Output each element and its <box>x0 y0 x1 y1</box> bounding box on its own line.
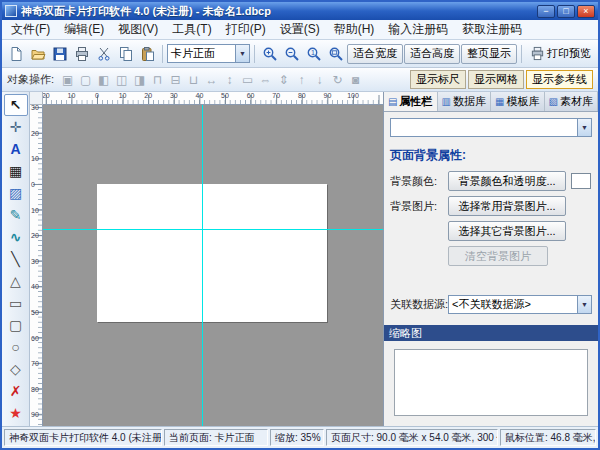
view-button-group: 适合宽度适合高度整页显示 <box>347 44 517 64</box>
menu-item-1[interactable]: 文件(F) <box>4 19 57 40</box>
new-button[interactable] <box>5 43 26 64</box>
menu-item-4[interactable]: 工具(T) <box>165 19 218 40</box>
datasource-value: <不关联数据源> <box>449 297 577 312</box>
align-center-h-button[interactable]: ◫ <box>113 71 130 88</box>
pencil-tool[interactable]: ✎ <box>4 204 28 226</box>
chevron-down-icon[interactable]: ▼ <box>235 45 249 62</box>
tab-database[interactable]: ▥数据库 <box>438 92 492 111</box>
tab-templates-icon: ▦ <box>495 96 504 107</box>
bg-color-button[interactable]: 背景颜色和透明度... <box>448 171 566 191</box>
close-button[interactable]: × <box>577 5 595 18</box>
tab-properties[interactable]: ▤属性栏 <box>384 92 438 111</box>
image-tool[interactable]: ▨ <box>4 182 28 204</box>
ellipse-tool[interactable]: ○ <box>4 336 28 358</box>
bg-color-label: 背景颜色: <box>390 174 448 189</box>
page-selector[interactable]: 卡片正面 ▼ <box>167 44 250 63</box>
align-middle-button[interactable]: ⊟ <box>167 71 184 88</box>
space-vertical-button[interactable]: ⇕ <box>275 71 292 88</box>
minimize-button[interactable]: − <box>537 5 555 18</box>
ruler-h-label: 40 <box>195 92 203 99</box>
menu-item-5[interactable]: 打印(P) <box>219 19 273 40</box>
thumbnail-preview <box>394 349 588 416</box>
star-tool[interactable]: ★ <box>4 402 28 424</box>
select-other-bg-button[interactable]: 选择其它背景图片... <box>448 221 566 241</box>
rounded-rect-tool[interactable]: ▢ <box>4 314 28 336</box>
zoom-fit-button[interactable] <box>325 43 346 64</box>
bg-color-swatch[interactable] <box>571 173 591 189</box>
edit-tool[interactable]: ✛ <box>4 116 28 138</box>
menu-item-2[interactable]: 编辑(E) <box>57 19 111 40</box>
barcode-tool[interactable]: ▦ <box>4 160 28 182</box>
align-top-button[interactable]: ⊓ <box>149 71 166 88</box>
text-tool[interactable]: A <box>4 138 28 160</box>
print-preview-button[interactable]: 打印预览 <box>526 44 595 64</box>
align-left-button[interactable]: ◧ <box>95 71 112 88</box>
zoom-in-button[interactable] <box>259 43 280 64</box>
group-button[interactable]: ▣ <box>59 71 76 88</box>
polygon-tool[interactable]: ◇ <box>4 358 28 380</box>
bring-to-front-button[interactable]: ↑ <box>293 71 310 88</box>
chevron-down-icon[interactable]: ▼ <box>577 296 591 313</box>
rotate-button[interactable]: ↻ <box>329 71 346 88</box>
align-bottom-button[interactable]: ⊔ <box>185 71 202 88</box>
card-page[interactable] <box>97 184 327 322</box>
curve-tool[interactable]: ∿ <box>4 226 28 248</box>
tab-database-icon: ▥ <box>442 96 451 107</box>
ruler-v-label: 40 <box>31 283 39 290</box>
menu-item-6[interactable]: 设置(S) <box>273 19 327 40</box>
space-horizontal-button[interactable]: ⇔ <box>257 71 274 88</box>
ungroup-button[interactable]: ▢ <box>77 71 94 88</box>
align-right-button[interactable]: ◨ <box>131 71 148 88</box>
cut-button[interactable] <box>93 43 114 64</box>
send-to-back-button[interactable]: ↓ <box>311 71 328 88</box>
clear-bg-button[interactable]: 清空背景图片 <box>448 246 548 266</box>
delete-tool[interactable]: ✗ <box>4 380 28 402</box>
open-button[interactable] <box>27 43 48 64</box>
menu-item-3[interactable]: 视图(V) <box>111 19 165 40</box>
lock-button[interactable]: ◙ <box>347 71 364 88</box>
zoom-actual-button[interactable]: 1 <box>303 43 324 64</box>
toolbar-separator <box>162 45 163 63</box>
menu-item-7[interactable]: 帮助(H) <box>327 19 382 40</box>
tab-templates[interactable]: ▦模板库 <box>491 92 545 111</box>
copy-button[interactable] <box>115 43 136 64</box>
print-preview-label: 打印预览 <box>547 46 591 61</box>
show-grid-toggle[interactable]: 显示网格 <box>468 70 524 89</box>
tab-properties-icon: ▤ <box>388 96 397 107</box>
properties-panel: ▼ 页面背景属性: 背景颜色: 背景颜色和透明度... 背景图片: 选择常用背景… <box>384 112 598 426</box>
select-tool[interactable]: ↖ <box>4 94 28 116</box>
guide-vertical[interactable] <box>202 105 203 426</box>
rectangle-tool[interactable]: ▭ <box>4 292 28 314</box>
line-tool[interactable]: ╲ <box>4 248 28 270</box>
menu-item-8[interactable]: 输入注册码 <box>381 19 455 40</box>
fit-height-button[interactable]: 适合高度 <box>404 44 460 64</box>
ruler-h-label: 20 <box>144 92 152 99</box>
maximize-button[interactable]: □ <box>557 5 575 18</box>
ruler-h-label: 90 <box>323 92 331 99</box>
show-ruler-toggle[interactable]: 显示标尺 <box>410 70 466 89</box>
tab-materials[interactable]: ▧素材库 <box>545 92 599 111</box>
save-button[interactable] <box>49 43 70 64</box>
zoom-actual-icon: 1 <box>306 46 322 62</box>
select-common-bg-button[interactable]: 选择常用背景图片... <box>448 196 566 216</box>
triangle-tool[interactable]: △ <box>4 270 28 292</box>
menu-item-9[interactable]: 获取注册码 <box>455 19 529 40</box>
ruler-v-label: 10 <box>31 155 39 162</box>
print-button[interactable] <box>71 43 92 64</box>
paste-icon <box>140 46 156 62</box>
file-icon-group <box>5 43 158 64</box>
fit-width-button[interactable]: 适合宽度 <box>347 44 403 64</box>
zoom-out-button[interactable] <box>281 43 302 64</box>
datasource-selector[interactable]: <不关联数据源> ▼ <box>448 295 592 314</box>
same-width-button[interactable]: ↔ <box>203 71 220 88</box>
show-guides-toggle[interactable]: 显示参考线 <box>526 70 593 89</box>
guide-horizontal[interactable] <box>43 229 383 230</box>
full-page-button[interactable]: 整页显示 <box>461 44 517 64</box>
paste-button[interactable] <box>137 43 158 64</box>
chevron-down-icon[interactable]: ▼ <box>577 119 591 136</box>
object-selector[interactable]: ▼ <box>390 118 592 137</box>
ruler-h-label: 60 <box>247 92 255 99</box>
same-height-button[interactable]: ↕ <box>221 71 238 88</box>
same-size-button[interactable]: ▭ <box>239 71 256 88</box>
canvas[interactable]: 20100102030405060708090100 3020100102030… <box>30 92 383 426</box>
